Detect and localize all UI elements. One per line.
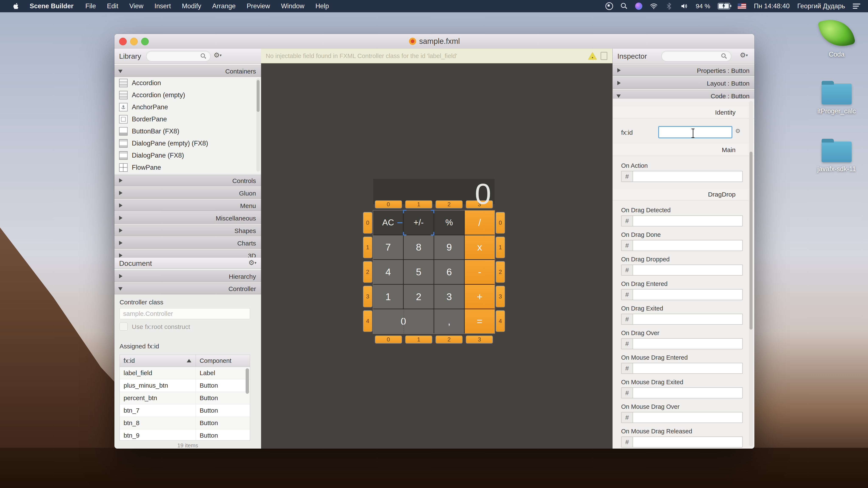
menu-item-window[interactable]: Window [281,2,304,10]
on-drag-entered-input[interactable] [633,290,742,300]
calc-button-5[interactable]: 5 [404,260,434,284]
inspector-gear-icon[interactable]: ⚙▾ [740,52,748,59]
table-row-label-field[interactable]: label_fieldLabel [120,367,250,379]
on-mouse-drag-entered-input[interactable] [633,363,742,373]
calc-button-comma[interactable]: , [434,309,464,333]
calc-button-comma[interactable]: / [465,210,495,235]
table-row-percent-btn[interactable]: percent_btnButton [120,392,250,404]
menu-item-edit[interactable]: Edit [107,2,118,10]
grid-row-header-4[interactable]: 4 [363,310,372,332]
calc-button-6[interactable]: 6 [434,260,464,284]
on-drag-over-input[interactable] [633,339,742,349]
grid-row-header-1[interactable]: 1 [496,236,505,258]
calc-button-4[interactable]: 4 [373,260,403,284]
on-action-input[interactable] [633,171,742,182]
grid-row-header-3[interactable]: 3 [496,286,505,307]
warning-icon[interactable] [588,52,597,60]
table-row-btn-7[interactable]: btn_7Button [120,404,250,417]
grid-row-header-0[interactable]: 0 [496,212,505,234]
grid-column-header-3[interactable]: 3 [466,335,493,344]
grid-row-header-2[interactable]: 2 [363,261,372,283]
on-drag-done-input[interactable] [633,240,742,251]
fxid-gear-icon[interactable]: ⚙ [735,128,740,134]
calc-button-comma[interactable]: - [465,260,495,284]
screen-recording-icon[interactable] [606,2,613,10]
grid-row-header-2[interactable]: 2 [496,261,505,283]
document-section-hierarchy[interactable]: Hierarchy [115,270,261,282]
grid-column-header-1[interactable]: 1 [405,335,432,344]
desktop-icon-coda[interactable]: Coda [813,18,860,58]
grid-column-header-0[interactable]: 0 [375,200,402,208]
library-item-accordion[interactable]: Accordion [115,77,261,89]
grid-row-header-0[interactable]: 0 [363,212,372,234]
on-drag-dropped-input[interactable] [633,265,742,275]
grid-column-header-2[interactable]: 2 [435,335,463,344]
grid-column-header-1[interactable]: 1 [405,200,432,208]
report-icon[interactable] [600,52,607,60]
library-item-dialogpane-fx8[interactable]: DialogPane (FX8) [115,149,261,161]
library-section-charts[interactable]: Charts [115,237,261,249]
menu-user-name[interactable]: Георгий Дударь [797,2,845,10]
notification-center-icon[interactable] [853,4,860,9]
menu-item-view[interactable]: View [129,2,144,10]
inspector-search-input[interactable] [661,51,731,61]
menu-app-name[interactable]: Scene Builder [30,2,73,10]
on-mouse-drag-released-input[interactable] [633,437,742,447]
document-gear-icon[interactable]: ⚙▾ [248,259,256,266]
grid-column-header-2[interactable]: 2 [435,200,463,208]
menu-item-help[interactable]: Help [315,2,329,10]
library-section-shapes[interactable]: Shapes [115,225,261,236]
scrollbar-thumb[interactable] [749,152,752,330]
library-item-borderpane[interactable]: BorderPane [115,113,261,125]
menu-item-file[interactable]: File [85,2,96,10]
volume-icon[interactable] [680,2,688,10]
content-canvas[interactable]: No injectable field found in FXML Contro… [261,49,613,449]
calc-button-x[interactable]: x [465,235,495,259]
fxroot-checkbox[interactable] [120,323,128,331]
library-item-accordion-empty[interactable]: Accordion (empty) [115,89,261,101]
library-item-dialogpane-empty-fx8[interactable]: DialogPane (empty) (FX8) [115,137,261,149]
calculator-gridpane[interactable]: 0 0123 0123 01234 01234 AC+/-%/789x456-1… [363,179,505,348]
wifi-icon[interactable] [650,2,657,10]
menu-item-preview[interactable]: Preview [247,2,270,10]
calc-button-9[interactable]: 9 [434,235,464,259]
controller-class-input[interactable] [120,308,250,319]
fxid-input[interactable] [658,126,733,138]
inspector-section-layout[interactable]: Layout : Button [613,77,754,89]
table-row-plus-minus-btn[interactable]: plus_minus_btnButton [120,379,250,392]
calc-button-8[interactable]: 8 [404,235,434,259]
library-section-controls[interactable]: Controls [115,175,261,186]
siri-icon[interactable] [635,3,642,10]
library-section-miscellaneous[interactable]: Miscellaneous [115,212,261,224]
on-mouse-drag-over-input[interactable] [633,412,742,423]
minimize-button[interactable] [130,38,138,45]
calc-button-comma[interactable]: = [465,309,495,333]
input-language-flag-icon[interactable] [738,3,746,9]
calc-button-0[interactable]: 0 [373,309,434,333]
on-drag-detected-input[interactable] [633,216,742,226]
scrollbar-thumb[interactable] [257,80,259,112]
close-button[interactable] [119,38,127,45]
inspector-scrollbar[interactable] [749,101,753,447]
library-section-menu[interactable]: Menu [115,200,261,212]
spotlight-search-icon[interactable] [621,3,627,9]
column-header-fxid[interactable]: fx:id [120,355,196,367]
desktop-icon-itproger-calc[interactable]: itProger_calc [813,84,860,115]
menu-item-arrange[interactable]: Arrange [212,2,236,10]
calc-button-3[interactable]: 3 [434,285,464,309]
menu-item-insert[interactable]: Insert [154,2,171,10]
window-titlebar[interactable]: sample.fxml [115,34,754,49]
table-row-btn-9[interactable]: btn_9Button [120,429,250,442]
calc-button-comma[interactable]: % [434,210,464,235]
table-scrollbar-thumb[interactable] [246,368,249,394]
zoom-button[interactable] [141,38,149,45]
library-item-anchorpane[interactable]: ⚓AnchorPane [115,101,261,113]
desktop-icon-javafx-sdk[interactable]: javafx-sdk-11 [813,141,860,173]
calc-button-1[interactable]: 1 [373,285,403,309]
grid-row-header-3[interactable]: 3 [363,286,372,307]
on-drag-exited-input[interactable] [633,314,742,324]
library-search-input[interactable] [146,51,211,61]
bluetooth-icon[interactable] [665,2,673,10]
calc-button-2[interactable]: 2 [404,285,434,309]
library-section-gluon[interactable]: Gluon [115,187,261,199]
